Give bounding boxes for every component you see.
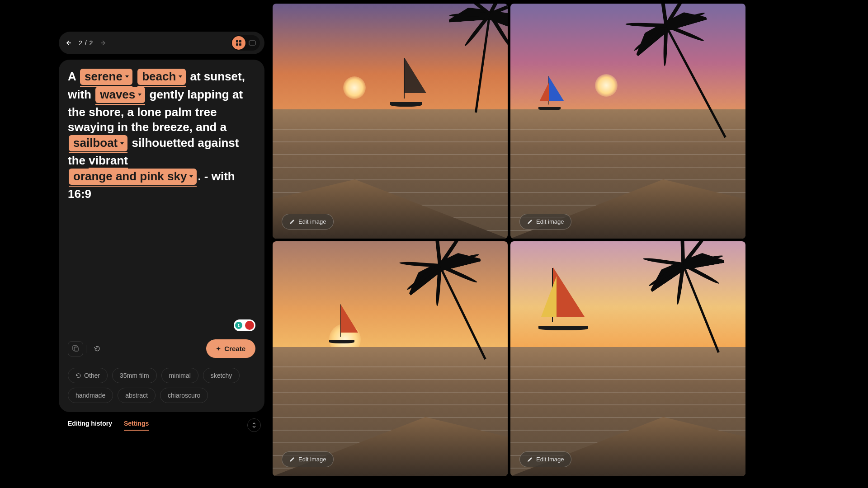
chevron-down-icon [138, 94, 142, 96]
tab-editing-history[interactable]: Editing history [68, 420, 112, 431]
prompt-underlined-word[interactable]: vibrant [89, 154, 128, 169]
model-option-a-icon [235, 322, 242, 329]
edit-image-button[interactable]: Edit image [282, 214, 334, 230]
create-button[interactable]: ✦ Create [206, 339, 255, 358]
pencil-icon [289, 219, 295, 225]
nav-back-button[interactable] [63, 38, 73, 48]
sidebar-panel: 2 / 2 A serene beach at sunset, with wav… [59, 4, 264, 488]
svg-point-5 [238, 324, 240, 325]
image-gallery: Edit image Edit image Edit image Edit im [273, 4, 745, 488]
chevron-down-icon [189, 175, 193, 178]
pencil-icon [289, 457, 295, 462]
regenerate-button[interactable] [89, 341, 104, 357]
gallery-image-1[interactable]: Edit image [273, 4, 508, 239]
bottom-tabs-row: Editing history Settings [59, 412, 264, 432]
create-button-label: Create [224, 345, 245, 352]
prompt-chip-sky[interactable]: orange and pink sky [69, 169, 197, 185]
chevron-down-icon [125, 75, 129, 78]
prompt-editor[interactable]: A serene beach at sunset, with waves gen… [68, 69, 255, 319]
gallery-image-4[interactable]: Edit image [510, 241, 745, 476]
style-chip-row: Other 35mm film minimal sketchy handmade… [68, 368, 255, 403]
style-chip-abstract[interactable]: abstract [118, 388, 156, 403]
refresh-icon [75, 373, 81, 379]
divider [86, 345, 86, 353]
edit-image-button[interactable]: Edit image [519, 451, 571, 467]
grid-view-button[interactable] [232, 36, 245, 50]
prompt-card: A serene beach at sunset, with waves gen… [59, 60, 264, 412]
svg-rect-3 [239, 43, 241, 46]
svg-rect-2 [236, 43, 238, 46]
edit-image-button[interactable]: Edit image [282, 451, 334, 467]
svg-rect-0 [236, 40, 238, 42]
prompt-text-fragment: A [68, 70, 79, 83]
model-toggle[interactable] [234, 319, 255, 331]
gallery-image-3[interactable]: Edit image [273, 241, 508, 476]
style-chip-sketchy[interactable]: sketchy [203, 368, 240, 383]
prompt-chip-sailboat[interactable]: sailboat [69, 135, 127, 151]
nav-forward-button[interactable] [99, 38, 108, 48]
single-view-button[interactable] [245, 36, 259, 50]
style-chip-minimal[interactable]: minimal [161, 368, 198, 383]
expand-collapse-button[interactable] [247, 418, 261, 432]
chevron-down-icon [120, 142, 124, 145]
prompt-chip-beach[interactable]: beach [137, 69, 186, 85]
edit-image-button[interactable]: Edit image [519, 214, 571, 230]
view-mode-toggle [231, 35, 260, 51]
prompt-action-row: ✦ Create [68, 339, 255, 358]
model-option-b-icon [245, 321, 254, 330]
copy-button[interactable] [68, 341, 83, 357]
page-indicator: 2 / 2 [79, 39, 93, 47]
tab-settings[interactable]: Settings [124, 420, 149, 431]
pencil-icon [527, 457, 533, 462]
style-chip-chiaroscuro[interactable]: chiaroscuro [160, 388, 208, 403]
top-nav-bar: 2 / 2 [59, 32, 264, 54]
svg-rect-4 [249, 41, 255, 45]
style-chip-other[interactable]: Other [68, 368, 108, 383]
prompt-chip-serene[interactable]: serene [80, 69, 132, 85]
svg-rect-6 [74, 347, 78, 351]
pencil-icon [527, 219, 533, 225]
style-chip-35mm[interactable]: 35mm film [112, 368, 157, 383]
sparkle-icon: ✦ [216, 346, 221, 352]
chevron-down-icon [179, 75, 182, 78]
svg-rect-1 [239, 40, 241, 42]
gallery-image-2[interactable]: Edit image [510, 4, 745, 239]
style-chip-handmade[interactable]: handmade [68, 388, 113, 403]
prompt-chip-waves[interactable]: waves [95, 87, 145, 103]
